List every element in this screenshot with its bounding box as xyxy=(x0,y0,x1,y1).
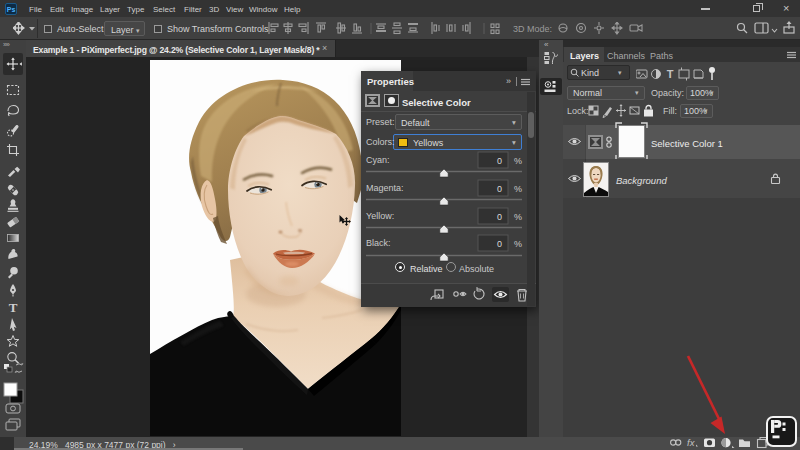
svg-text:%: % xyxy=(514,212,522,222)
svg-text:%: % xyxy=(514,156,522,166)
svg-text:0: 0 xyxy=(497,239,502,249)
svg-text:%: % xyxy=(514,184,522,194)
svg-text:0: 0 xyxy=(497,184,502,194)
svg-text:%: % xyxy=(514,239,522,249)
svg-text:0: 0 xyxy=(497,156,502,166)
svg-text:T: T xyxy=(667,68,674,80)
svg-text:0: 0 xyxy=(497,212,502,222)
svg-text:T: T xyxy=(9,300,18,315)
